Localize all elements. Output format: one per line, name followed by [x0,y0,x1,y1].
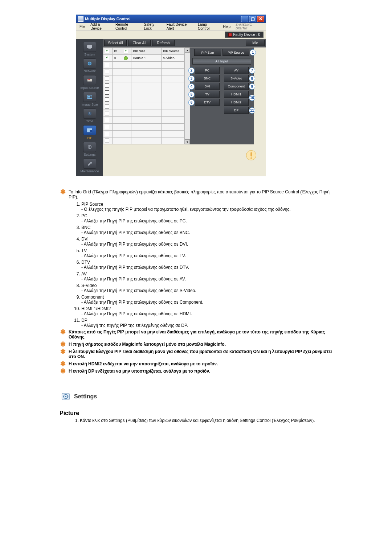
info-note: ✱ Το Info Grid (Πλέγμα Πληροφοριών) εμφα… [60,189,336,200]
maximize-button[interactable]: ▢ [249,16,256,22]
svg-point-19 [65,396,66,397]
row-checkbox[interactable] [105,111,109,115]
brand-label: SAMSUNG DIGITall [233,22,265,31]
numbered-list: PIP Source- Ο έλεγχος της πηγής PIP μπορ… [67,202,336,328]
all-input-header: All Input [192,58,251,65]
warning-note: ✱Η λειτουργία Ελέγχου PIP είναι διαθέσιμ… [60,349,336,359]
header-checkbox[interactable] [105,49,109,53]
menubar: File Add a Device Remote Control Safety … [76,23,266,30]
row-checkbox[interactable] [105,70,109,74]
row-checkbox[interactable] [105,97,109,102]
svideo-button[interactable]: S-Video8 [224,75,249,82]
svg-rect-0 [87,45,92,48]
sidebar-item-image-size[interactable]: Image Size [77,91,102,107]
list-item: TV- Αλλάζει την Πηγή PIP της επιλεγμένης… [81,248,336,258]
col-pip-source[interactable]: PIP Source [162,48,184,55]
menu-safety-lock[interactable]: Safety Lock [142,21,164,32]
row-checkbox[interactable] [105,63,109,67]
menu-file[interactable]: File [77,24,88,30]
row-checkbox[interactable] [105,132,109,136]
table-row[interactable] [103,96,184,103]
menu-help[interactable]: Help [220,24,233,30]
sidebar-item-input-source[interactable]: Input Source [77,74,102,90]
svg-point-16 [250,157,252,159]
table-row[interactable] [103,69,184,75]
header-status-icon [124,49,128,53]
col-id[interactable]: ID [113,48,122,55]
component-button[interactable]: Component9 [224,83,249,90]
menu-remote-control[interactable]: Remote Control [113,21,142,32]
svg-point-12 [89,147,90,148]
sidebar-item-time[interactable]: Time [77,108,102,124]
av-button[interactable]: AV7 [224,67,249,74]
sidebar-item-network[interactable]: Network [77,58,102,74]
row-checkbox[interactable] [105,139,109,143]
sidebar-item-system[interactable]: System [77,41,102,57]
star-icon: ✱ [60,189,66,194]
picture-heading: Picture [60,410,342,416]
table-row[interactable]: 0 Double 1 S-Video [103,55,184,62]
pip-source-button[interactable]: PIP Source1 [222,49,249,56]
table-row[interactable] [103,62,184,69]
warning-icon [244,148,258,163]
table-row[interactable] [103,110,184,117]
list-item: AV- Αλλάζει την Πηγή PIP της επιλεγμένης… [81,271,336,282]
tv-button[interactable]: 5TV [195,91,220,98]
list-item: PIP Source- Ο έλεγχος της πηγής PIP μπορ… [81,202,336,212]
callout-10: 10 [249,95,255,101]
sidebar-item-pip[interactable]: PIP [77,124,102,140]
star-icon: ✱ [60,329,66,335]
clear-all-button[interactable]: Clear All [128,40,151,46]
pip-size-button[interactable]: PIP Size [194,49,221,56]
refresh-button[interactable]: Refresh [152,40,175,46]
dvi-button[interactable]: 4DVI [195,83,220,90]
callout-6: 6 [188,99,195,106]
list-item: S-Video- Αλλάζει την Πηγή PIP της επιλεγ… [81,283,336,293]
row-checkbox[interactable] [105,56,109,60]
sidebar-item-settings[interactable]: Settings [77,141,102,157]
callout-4: 4 [188,83,195,90]
row-checkbox[interactable] [105,118,109,122]
star-icon: ✱ [60,349,66,354]
faulty-device-badge: Faulty Device : 0 [225,32,264,38]
table-row[interactable] [103,117,184,124]
svg-point-13 [90,162,92,164]
row-checkbox[interactable] [105,83,109,88]
row-checkbox[interactable] [105,104,109,108]
pc-button[interactable]: 2PC [195,67,220,74]
row-checkbox[interactable] [105,90,109,95]
settings-section-header: Settings [60,391,342,402]
row-checkbox[interactable] [105,77,109,81]
table-row[interactable] [103,82,184,89]
svg-rect-1 [89,49,91,49]
menu-add-device[interactable]: Add a Device [88,21,113,32]
star-icon: ✱ [60,369,66,374]
table-row[interactable] [103,75,184,82]
table-row[interactable] [103,89,184,96]
table-row[interactable] [103,103,184,110]
menu-fault-alert[interactable]: Fault Device Alert [164,21,195,32]
dp-button[interactable]: DP11 [224,107,249,114]
info-grid: ID PIP Size PIP Source 0 Double 1 S-Vide… [103,47,266,144]
dtv-button[interactable]: 6DTV [195,99,220,106]
hdmi1-button[interactable]: HDMI110 [224,91,249,98]
scroll-down-button[interactable]: ▼ [185,139,190,144]
callout-2: 2 [188,67,195,74]
table-row[interactable] [103,138,184,144]
row-checkbox[interactable] [105,125,109,129]
callout-8: 8 [249,75,255,82]
menu-lamp-control[interactable]: Lamp Control [195,21,220,32]
sidebar-item-maintenance[interactable]: Maintenance [77,158,102,174]
table-row[interactable] [103,124,184,131]
scroll-up-button[interactable]: ▲ [185,48,190,53]
select-all-button[interactable]: Select All [104,40,127,46]
table-row[interactable] [103,131,184,138]
hdmi2-button[interactable]: HDMI2 [224,99,249,106]
close-button[interactable]: ✕ [257,16,264,22]
callout-1: 1 [250,49,256,56]
col-pip-size[interactable]: PIP Size [131,48,162,55]
bnc-button[interactable]: 3BNC [195,75,220,82]
callout-3: 3 [188,75,195,82]
idle-indicator: Idle [246,40,265,46]
minimize-button[interactable]: _ [241,16,248,22]
